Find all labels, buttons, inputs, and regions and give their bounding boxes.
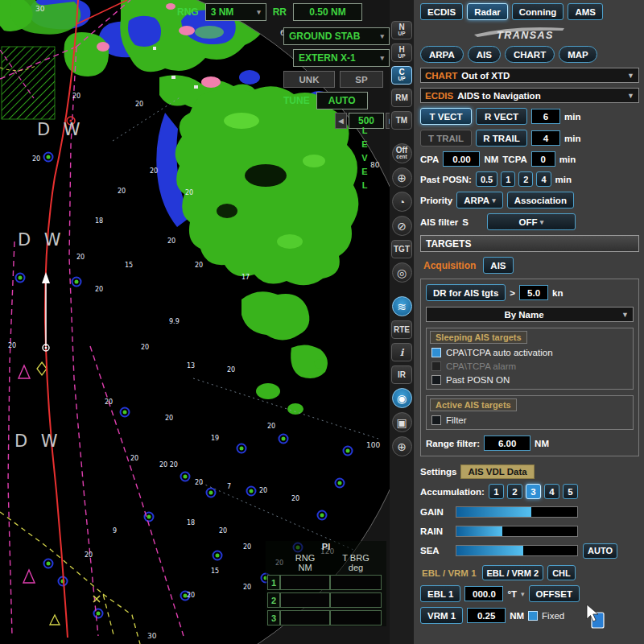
vrm1-button[interactable]: VRM 1 [420,607,463,624]
toolbar-info-button[interactable]: i [391,343,412,361]
tab-ais-vdl-data[interactable]: AIS VDL Data [460,464,534,479]
relative-trail-button[interactable]: R TRAIL [476,130,527,147]
true-trail-button[interactable]: T TRAIL [420,130,472,147]
accumulation-4-button[interactable]: 4 [544,484,559,499]
tab-ams[interactable]: AMS [568,3,603,20]
depth-label: 20 [165,415,173,422]
arpa-button[interactable]: ARPA [420,46,464,63]
tab-chl[interactable]: CHL [547,565,576,580]
toolbar-capture-icon[interactable]: ▣ [392,412,412,432]
accumulation-3-button[interactable]: 3 [526,484,541,499]
range-rings-value[interactable]: 0.50 NM [293,3,362,21]
pi-line-1[interactable]: 1 [267,575,280,590]
past-posn-0-5-button[interactable]: 0.5 [476,171,497,187]
range-filter-value[interactable]: 6.00 [484,436,530,451]
dr-speed-value[interactable]: 5.0 [519,285,548,300]
ais-filter-dropdown[interactable]: OFF ▾ [487,213,576,230]
level-increase-button[interactable]: ▶ [386,113,390,129]
tcpa-value[interactable]: 0 [531,151,555,167]
cpa-auto-activation-option[interactable]: CPA\TCPA auto activation [431,348,628,357]
accumulation-1-button[interactable]: 1 [489,484,504,499]
checkbox-icon[interactable] [431,375,441,385]
depth-label: 18 [95,217,103,225]
toolbar-display-globe-icon[interactable]: ⊕ [392,167,412,188]
association-button[interactable]: Association [507,192,574,208]
depth-label: 20 [243,584,251,591]
sp-button[interactable]: SP [340,71,383,88]
past-posn-on-option[interactable]: Past POSN ON [431,375,628,385]
pi-line-3[interactable]: 3 [267,610,280,625]
chevron-down-icon[interactable]: ▾ [521,590,525,598]
toolbar-north-up-button[interactable]: NUP [391,21,412,39]
dr-for-ais-button[interactable]: DR for AIS tgts [426,284,506,301]
vector-time-value[interactable]: 6 [531,109,560,124]
checkbox-checked-icon[interactable] [431,348,441,357]
depth-label: 20 20 [159,461,178,469]
range-scale-dropdown[interactable]: 3 NM▾ [205,3,266,21]
accumulation-2-button[interactable]: 2 [507,484,522,499]
pi-line-2[interactable]: 2 [267,592,280,608]
radar-display-area[interactable]: D WD WD W202020202020182015201720209.920… [0,0,390,644]
sea-slider[interactable] [456,545,578,556]
toolbar-world-map-icon[interactable]: ⊕ [392,436,412,456]
tune-auto-button[interactable]: AUTO [316,92,368,109]
tab-settings[interactable]: Settings [420,467,456,477]
toolbar-head-up-button[interactable]: HUP [391,43,412,62]
toolbar-interference-rejection-button[interactable]: IR [391,365,412,384]
map-button[interactable]: MAP [559,46,597,63]
toolbar-relative-motion-button[interactable]: RM [391,89,412,107]
targets-section-header[interactable]: TARGETS [420,235,639,252]
stabilization-dropdown[interactable]: GROUND STAB▾ [283,27,390,45]
tab-ebl-vrm-2[interactable]: EBL / VRM 2 [482,565,544,580]
range-filter-label: Range filter: [426,439,480,448]
depth-label: 20 [135,101,143,108]
ecdis-aids-dropdown[interactable]: ECDIS AIDS to Navigation ▼ [420,88,639,103]
cpa-value[interactable]: 0.00 [443,151,480,167]
ebl1-value[interactable]: 000.0 [464,586,503,601]
unk-button[interactable]: UNK [283,71,335,88]
ais-button[interactable]: AIS [468,46,501,63]
ebl1-button[interactable]: EBL 1 [420,585,460,602]
toolbar-time-mode-icon[interactable]: ◔ [392,192,412,212]
gain-slider[interactable] [456,506,578,518]
toolbar-course-up-button[interactable]: CUP [391,66,412,85]
true-vector-button[interactable]: T VECT [420,108,472,125]
tab-radar[interactable]: Radar [467,3,508,20]
rain-slider-row: RAIN [420,523,639,539]
chart-alert-dropdown[interactable]: CHART Out of XTD ▼ [420,68,639,83]
past-posn-4-button[interactable]: 4 [536,171,551,187]
checkbox-icon[interactable] [431,415,441,425]
toolbar-erbl-icon[interactable]: ◉ [392,388,412,408]
toolbar-targets-button[interactable]: TGT [391,240,412,258]
relative-vector-button[interactable]: R VECT [476,108,527,125]
chart-button[interactable]: CHART [505,46,555,63]
offset-button[interactable]: OFFSET [529,585,580,602]
priority-dropdown[interactable]: ARPA ▾ [456,192,502,208]
trail-time-value[interactable]: 4 [531,130,560,146]
depth-label: 20 [167,237,175,245]
filter-option[interactable]: Filter [431,415,628,425]
toolbar-parallel-index-icon[interactable]: ≋ [392,296,412,316]
accumulation-5-button[interactable]: 5 [563,484,578,499]
tab-acquisition[interactable]: Acquisition [420,260,479,271]
vrm-fixed-checkbox[interactable] [528,611,538,621]
toolbar-off-center-button[interactable]: Offcent [392,143,412,163]
rain-slider[interactable] [456,526,578,537]
depth-label: 20 [76,254,85,261]
toolbar-route-button[interactable]: RTE [391,320,412,339]
radar-source-dropdown[interactable]: EXTERN X-1▾ [293,49,390,67]
toolbar-clear-overlay-icon[interactable]: ⊘ [392,216,412,236]
tab-conning[interactable]: Conning [512,3,564,20]
pi-brg-cell [330,575,382,590]
tab-ecdis[interactable]: ECDIS [420,3,463,20]
tab-ebl-vrm-1[interactable]: EBL / VRM 1 [420,568,478,578]
sea-auto-button[interactable]: AUTO [583,543,617,559]
tab-ais-targets[interactable]: AIS [483,257,513,274]
toolbar-true-motion-button[interactable]: TM [391,111,412,130]
level-decrease-button[interactable]: ◀ [335,113,347,129]
vrm1-value[interactable]: 0.25 [467,608,506,623]
toolbar-range-rings-icon[interactable]: ◎ [392,262,412,283]
past-posn-2-button[interactable]: 2 [518,171,533,187]
sort-dropdown[interactable]: By Name ▼ [426,307,634,322]
past-posn-1-button[interactable]: 1 [501,171,515,187]
